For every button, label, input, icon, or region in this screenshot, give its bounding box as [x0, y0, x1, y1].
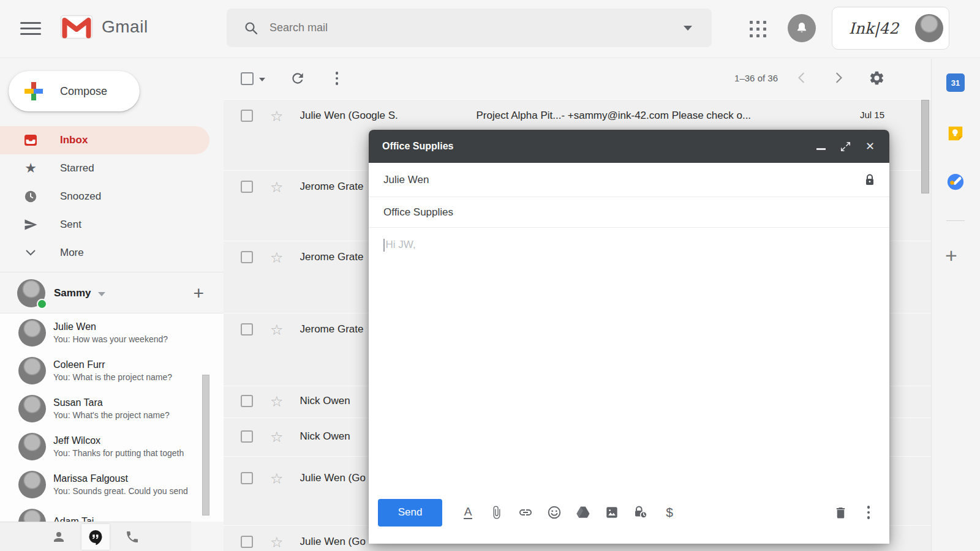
refresh-icon[interactable] [290, 70, 306, 86]
app-header: Gmail Ink|42 [0, 0, 980, 58]
row-star-icon[interactable]: ☆ [270, 323, 284, 337]
row-checkbox[interactable] [241, 251, 253, 263]
row-star-icon[interactable]: ☆ [270, 181, 284, 194]
row-checkbox[interactable] [241, 472, 253, 484]
add-addon-plus-icon[interactable]: + [945, 244, 957, 268]
compose-toolbar: Send A [378, 498, 876, 527]
row-star-icon[interactable]: ☆ [270, 110, 284, 123]
more-options-icon[interactable] [861, 504, 876, 520]
search-options-caret-icon[interactable] [684, 26, 692, 31]
pagination-label: 1–36 of 36 [734, 73, 778, 83]
row-checkbox[interactable] [241, 181, 253, 193]
compose-button[interactable]: Compose [9, 71, 140, 111]
chat-status-caret-icon[interactable] [98, 292, 105, 296]
sidebar-item-label: Starred [60, 162, 94, 174]
sidebar-item-snoozed[interactable]: Snoozed [0, 182, 209, 211]
contact-name: Susan Tara [53, 397, 170, 408]
insert-photo-icon[interactable] [605, 504, 619, 520]
row-checkbox[interactable] [241, 323, 253, 335]
google-drive-icon[interactable] [576, 504, 590, 520]
row-checkbox[interactable] [241, 536, 253, 548]
hangouts-icon[interactable] [81, 524, 110, 550]
keep-icon[interactable] [946, 124, 965, 143]
sidebar-item-inbox[interactable]: Inbox [0, 126, 209, 154]
close-icon[interactable]: ✕ [865, 141, 875, 152]
search-input[interactable] [270, 21, 684, 34]
calendar-day-label: 31 [951, 78, 960, 88]
insert-link-icon[interactable] [518, 504, 533, 520]
chat-contact-adam-tai[interactable]: Adam Tai [0, 503, 224, 522]
google-apps-grid-icon[interactable] [750, 21, 766, 37]
chat-contact-jeff-wilcox[interactable]: Jeff Wilcox You: Thanks for putting that… [0, 427, 224, 465]
select-options-caret-icon[interactable] [259, 78, 265, 81]
insert-emoji-icon[interactable] [547, 504, 562, 520]
chat-contact-julie-wen[interactable]: Julie Wen You: How was your weekend? [0, 313, 224, 351]
confidential-mode-icon[interactable] [633, 504, 648, 520]
row-star-icon[interactable]: ☆ [270, 536, 284, 549]
compose-title: Office Supplies [382, 141, 816, 152]
search-icon[interactable] [244, 21, 258, 36]
text-formatting-icon[interactable]: A [461, 504, 475, 520]
sidebar-item-label: Snoozed [60, 190, 101, 203]
sidebar-item-more[interactable]: More [0, 239, 209, 267]
account-brand-box[interactable]: Ink|42 [832, 7, 949, 50]
email-list-scrollbar[interactable] [921, 100, 929, 193]
search-bar[interactable] [227, 9, 712, 47]
newer-page-chevron-icon[interactable] [795, 71, 809, 84]
lock-icon [865, 174, 875, 186]
expand-icon[interactable] [840, 141, 851, 152]
text-cursor [383, 239, 385, 252]
compose-plus-icon [24, 82, 43, 100]
sidebar-item-label: Inbox [60, 134, 88, 146]
contact-avatar [18, 357, 46, 384]
sidebar-item-sent[interactable]: Sent [0, 211, 209, 239]
send-button[interactable]: Send [378, 499, 442, 527]
email-snippet: - +sammy@ink-42.com Please check o... [561, 110, 751, 122]
notifications-bell-icon[interactable] [788, 14, 816, 42]
request-money-icon[interactable]: $ [662, 504, 677, 520]
contacts-scrollbar[interactable] [202, 375, 209, 515]
compose-label: Compose [60, 85, 107, 98]
contact-avatar [18, 395, 46, 422]
older-page-chevron-icon[interactable] [832, 71, 845, 84]
row-star-icon[interactable]: ☆ [270, 430, 284, 444]
brand-wordmark: Ink|42 [832, 20, 915, 37]
new-chat-plus-icon[interactable]: + [193, 284, 204, 302]
minimize-icon[interactable] [816, 148, 826, 150]
attach-file-icon[interactable] [489, 504, 504, 520]
compose-titlebar[interactable]: Office Supplies ✕ [369, 130, 889, 163]
contact-avatar [18, 319, 46, 347]
calendar-icon[interactable]: 31 [946, 73, 965, 92]
select-all-checkbox[interactable] [241, 72, 254, 85]
send-icon [23, 217, 38, 232]
my-avatar[interactable] [17, 279, 45, 307]
user-avatar[interactable] [915, 14, 943, 42]
chat-contact-marissa-falgoust[interactable]: Marissa Falgoust You: Sounds great. Coul… [0, 465, 224, 503]
chat-contact-coleen-furr[interactable]: Coleen Furr You: What is the project nam… [0, 351, 224, 389]
recipient-field[interactable]: Julie Wen [369, 163, 889, 197]
row-star-icon[interactable]: ☆ [270, 472, 284, 485]
row-checkbox[interactable] [241, 430, 253, 443]
row-star-icon[interactable]: ☆ [270, 251, 284, 264]
folder-nav: Inbox ★ Starred Snoozed Sent [0, 126, 224, 267]
contact-name: Marissa Falgoust [53, 473, 188, 484]
hamburger-menu-icon[interactable] [20, 22, 42, 37]
chat-profile-row[interactable]: Sammy + [0, 273, 224, 313]
contact-name: Julie Wen [53, 321, 168, 332]
tasks-icon[interactable] [946, 173, 965, 191]
sidebar-item-starred[interactable]: ★ Starred [0, 154, 209, 182]
discard-draft-trash-icon[interactable] [833, 504, 848, 520]
contacts-person-icon[interactable] [45, 524, 73, 550]
chat-contact-susan-tara[interactable]: Susan Tara You: What's the project name? [0, 389, 224, 427]
row-star-icon[interactable]: ☆ [270, 395, 284, 408]
more-actions-icon[interactable] [329, 70, 345, 86]
chat-footer-bar [0, 522, 191, 551]
chat-contact-list: Julie Wen You: How was your weekend? Col… [0, 313, 224, 522]
row-checkbox[interactable] [241, 110, 253, 122]
message-body-field[interactable]: Hi JW, [369, 228, 889, 263]
phone-icon[interactable] [118, 524, 146, 550]
row-checkbox[interactable] [241, 395, 253, 407]
subject-field[interactable]: Office Supplies [369, 197, 889, 228]
gmail-logo[interactable]: Gmail [60, 15, 148, 39]
settings-gear-icon[interactable] [869, 70, 885, 86]
